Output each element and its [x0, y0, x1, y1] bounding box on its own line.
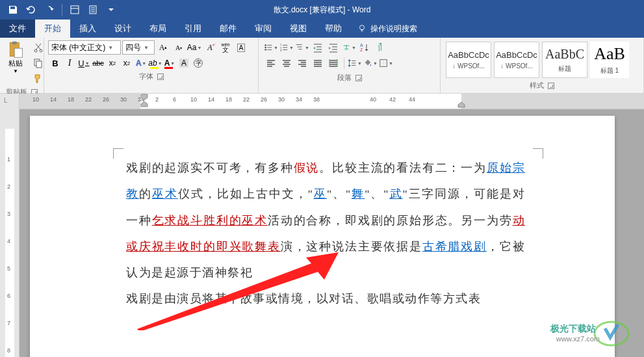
- align-right-button[interactable]: [295, 56, 309, 70]
- ruler-tick: 6: [173, 96, 176, 103]
- document-title: 散文.docx [兼容模式] - Word: [274, 5, 371, 16]
- tab-mailings[interactable]: 邮件: [211, 20, 246, 38]
- increase-indent-button[interactable]: [326, 40, 341, 55]
- text-effects-button[interactable]: A▼: [134, 56, 148, 70]
- align-center-button[interactable]: [279, 56, 294, 70]
- svg-point-10: [264, 44, 266, 46]
- phonetic-guide-button[interactable]: wén文: [218, 40, 233, 55]
- show-marks-button[interactable]: [373, 40, 387, 55]
- paste-button[interactable]: 粘贴 ▼: [3, 39, 29, 75]
- increase-font-button[interactable]: A▴: [156, 40, 170, 55]
- borders-button[interactable]: ▼: [379, 56, 393, 70]
- superscript-button[interactable]: x2: [120, 56, 134, 70]
- vertical-ruler[interactable]: 123456789: [0, 109, 19, 357]
- highlight-button[interactable]: ab▼: [148, 56, 162, 70]
- tab-review[interactable]: 审阅: [246, 20, 281, 38]
- font-dialog-launcher[interactable]: [157, 73, 164, 80]
- styles-group-label: 样式: [530, 81, 544, 90]
- ruler-v-tick: 5: [7, 265, 10, 272]
- tab-view[interactable]: 视图: [281, 20, 316, 38]
- qat-button-2[interactable]: [85, 2, 101, 18]
- tell-me-search[interactable]: 操作说明搜索: [351, 20, 424, 38]
- document-page[interactable]: 戏剧的起源实不可考，有多种假说。比较主流的看法有二：一为原始宗教的巫术仪式，比如…: [30, 116, 615, 357]
- indent-marker-icon[interactable]: [140, 94, 148, 109]
- qat-customize-icon[interactable]: [103, 2, 119, 18]
- style-gallery[interactable]: AaBbCcDc ↓ WPSOf... AaBbCcDc ↓ WPSOf... …: [443, 39, 641, 81]
- tab-help[interactable]: 帮助: [316, 20, 351, 38]
- tab-design[interactable]: 设计: [105, 20, 140, 38]
- line-spacing-button[interactable]: ▼: [348, 56, 362, 70]
- svg-point-11: [264, 47, 266, 49]
- style-item-3[interactable]: AaB 标题 1: [590, 42, 629, 78]
- link-wushu1[interactable]: 巫术: [152, 187, 178, 200]
- paragraph-1[interactable]: 戏剧的起源实不可考，有多种假说。比较主流的看法有二：一为原始宗教的巫术仪式，比如…: [126, 155, 525, 285]
- ruler-tick: 22: [243, 96, 250, 103]
- link-wu1[interactable]: 巫: [314, 187, 327, 200]
- font-size-value: 四号: [125, 42, 141, 53]
- subscript-button[interactable]: x2: [105, 56, 120, 70]
- ruler-tick: 34: [296, 96, 302, 103]
- bullets-button[interactable]: ▼: [264, 40, 278, 55]
- cut-button[interactable]: [31, 40, 45, 55]
- numbering-button[interactable]: 123▼: [279, 40, 294, 55]
- tab-home[interactable]: 开始: [35, 20, 70, 38]
- align-left-button[interactable]: [264, 56, 278, 70]
- enclose-char-button[interactable]: 字: [191, 56, 205, 70]
- multilevel-list-button[interactable]: ▼: [295, 40, 309, 55]
- styles-dialog-launcher[interactable]: [548, 83, 554, 89]
- horizontal-ruler[interactable]: 10141822263034261014182226303438404244: [19, 94, 644, 109]
- undo-icon[interactable]: [23, 2, 39, 18]
- tab-references[interactable]: 引用: [175, 20, 211, 38]
- copy-button[interactable]: [31, 56, 45, 70]
- style-item-1[interactable]: AaBbCcDc ↓ WPSOf...: [494, 42, 539, 78]
- align-distribute-button[interactable]: [326, 56, 341, 70]
- sort-button[interactable]: AZ: [357, 40, 372, 55]
- paragraph-2[interactable]: 戏剧是由演员将某个故事或情境，以对话、歌唱或动作等方式表: [126, 285, 525, 311]
- document-scroll-area[interactable]: 戏剧的起源实不可考，有多种假说。比较主流的看法有二：一为原始宗教的巫术仪式，比如…: [19, 109, 644, 357]
- right-indent-marker-icon[interactable]: [457, 101, 465, 109]
- format-painter-button[interactable]: [31, 72, 45, 86]
- font-size-combo[interactable]: 四号▼: [122, 40, 155, 55]
- ruler-tick: 22: [85, 96, 92, 103]
- tab-insert[interactable]: 插入: [70, 20, 105, 38]
- svg-point-12: [264, 49, 266, 51]
- ruler-v-tick: 7: [7, 320, 10, 326]
- bold-button[interactable]: B: [48, 56, 62, 70]
- italic-button[interactable]: I: [62, 56, 77, 70]
- shading-button[interactable]: ▼: [363, 56, 378, 70]
- style-item-2[interactable]: AaBbC 标题: [542, 42, 587, 78]
- link-guxila[interactable]: 古希腊戏剧: [422, 240, 487, 253]
- redo-icon[interactable]: [42, 2, 57, 18]
- svg-text:Z: Z: [360, 47, 363, 52]
- paragraph-group-label: 段落: [337, 73, 352, 83]
- ruler-tick: 38: [313, 96, 320, 103]
- tell-me-label: 操作说明搜索: [370, 23, 417, 34]
- decrease-indent-button[interactable]: [311, 40, 325, 55]
- svg-rect-0: [71, 6, 79, 14]
- change-case-button[interactable]: Aa▼: [187, 40, 201, 55]
- asian-layout-button[interactable]: ▼: [342, 40, 356, 55]
- link-wu2[interactable]: 舞: [352, 187, 365, 200]
- font-name-combo[interactable]: 宋体 (中文正文)▼: [48, 40, 121, 55]
- link-wu3[interactable]: 武: [389, 187, 402, 200]
- char-border-button[interactable]: A: [234, 40, 248, 55]
- char-shading-button[interactable]: A: [177, 56, 191, 70]
- ruler-tick: 42: [389, 96, 396, 103]
- tab-layout[interactable]: 布局: [140, 20, 175, 38]
- ruler-tick: 14: [208, 96, 214, 103]
- paragraph-dialog-launcher[interactable]: [355, 75, 362, 81]
- underline-button[interactable]: U▼: [77, 56, 91, 70]
- align-justify-button[interactable]: [311, 56, 325, 70]
- clear-format-button[interactable]: A: [203, 40, 217, 55]
- decrease-font-button[interactable]: A▾: [172, 40, 186, 55]
- tab-file[interactable]: 文件: [0, 20, 35, 38]
- style-item-0[interactable]: AaBbCcDc ↓ WPSOf...: [446, 42, 491, 78]
- save-icon[interactable]: [5, 2, 21, 18]
- qat-button-1[interactable]: [67, 2, 83, 18]
- ruler-tick: 10: [190, 96, 197, 103]
- font-color-button[interactable]: A▼: [162, 56, 177, 70]
- strikethrough-button[interactable]: abc: [91, 56, 105, 70]
- page-margin-corner-tr: [533, 148, 543, 159]
- paste-label: 粘贴: [8, 59, 23, 68]
- svg-rect-4: [12, 42, 17, 44]
